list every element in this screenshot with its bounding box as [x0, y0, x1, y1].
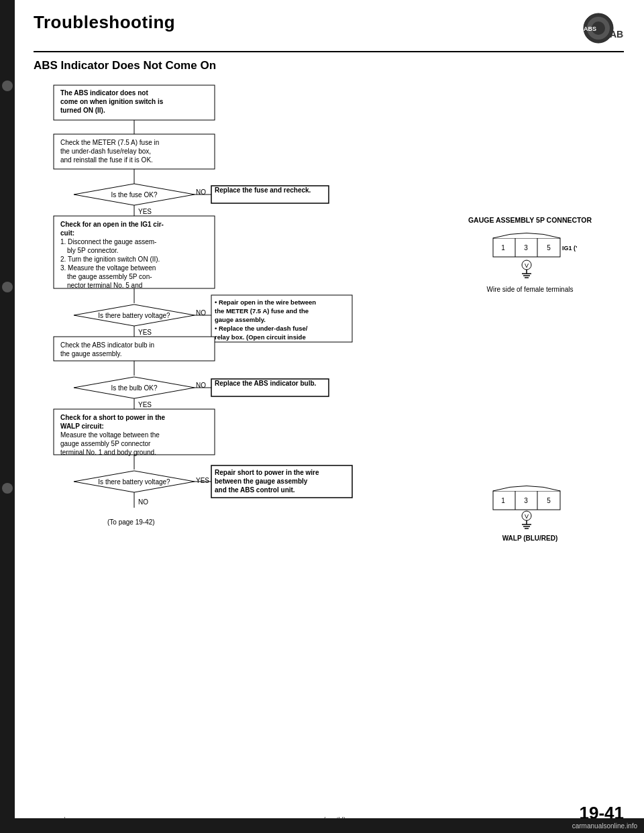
- flowchart-right: GAUGE ASSEMBLY 5P CONNECTOR 1 3 5: [429, 82, 624, 809]
- binding-hole-1: [2, 80, 13, 91]
- abs-logo: ABS ABS: [578, 12, 624, 47]
- svg-text:come on when ignition switch i: come on when ignition switch is: [60, 98, 164, 105]
- bottom-bar: carmanualsonline.info: [0, 818, 644, 833]
- svg-text:5: 5: [547, 244, 551, 252]
- connector1-svg: 1 3 5 IG1 (YEL) V: [483, 228, 577, 282]
- svg-text:3: 3: [524, 244, 528, 252]
- binding-hole-3: [2, 483, 13, 494]
- content-area: The ABS indicator does not come on when …: [34, 82, 624, 809]
- svg-text:Check the ABS indicator bulb i: Check the ABS indicator bulb in: [60, 341, 154, 349]
- svg-text:and reinstall the fuse if it i: and reinstall the fuse if it is OK.: [60, 156, 153, 164]
- connector2-section: 1 3 5 V WALP (BLU/RED): [436, 481, 624, 542]
- svg-text:YES: YES: [196, 477, 209, 484]
- svg-text:YES: YES: [138, 401, 152, 408]
- svg-text:relay box. (Open circuit insid: relay box. (Open circuit inside: [215, 333, 306, 341]
- svg-text:WALP circuit:: WALP circuit:: [60, 423, 104, 430]
- svg-text:the under-dash fuse/relay box,: the under-dash fuse/relay box,: [60, 148, 151, 155]
- svg-text:Is there battery voltage?: Is there battery voltage?: [98, 312, 170, 319]
- svg-text:YES: YES: [138, 208, 152, 215]
- svg-text:Measure the voltage between th: Measure the voltage between the: [60, 431, 160, 439]
- svg-text:1: 1: [501, 244, 505, 252]
- svg-text:gauge assembly.: gauge assembly.: [215, 316, 266, 323]
- svg-text:2.  Turn the ignition switch O: 2. Turn the ignition switch ON (II).: [60, 256, 160, 263]
- svg-text:1: 1: [501, 497, 505, 504]
- svg-text:between the gauge assembly: between the gauge assembly: [215, 478, 308, 485]
- svg-text:the gauge assembly.: the gauge assembly.: [60, 350, 122, 357]
- svg-text:ABS: ABS: [610, 29, 624, 40]
- connector1-diagram: 1 3 5 IG1 (YEL) V Wire side: [436, 228, 624, 293]
- svg-text:Is the fuse OK?: Is the fuse OK?: [111, 191, 158, 199]
- svg-text:bly 5P connector.: bly 5P connector.: [67, 247, 119, 254]
- connector1-title: GAUGE ASSEMBLY 5P CONNECTOR: [436, 216, 624, 224]
- svg-text:cuit:: cuit:: [60, 229, 74, 237]
- svg-text:Check the METER (7.5 A) fuse i: Check the METER (7.5 A) fuse in: [60, 139, 159, 146]
- svg-text:the METER (7.5 A) fuse and the: the METER (7.5 A) fuse and the: [215, 307, 309, 315]
- svg-text:Replace the fuse and recheck.: Replace the fuse and recheck.: [215, 186, 311, 194]
- carmanual-text: carmanualsonline.info: [572, 822, 637, 830]
- connector2-svg: 1 3 5 V: [483, 481, 577, 535]
- svg-text:Check for an open in the IG1 c: Check for an open in the IG1 cir-: [60, 221, 164, 228]
- connector2-label: WALP (BLU/RED): [502, 535, 558, 542]
- svg-text:turned ON (II).: turned ON (II).: [60, 107, 105, 114]
- svg-text:and the ABS control unit.: and the ABS control unit.: [215, 486, 295, 494]
- svg-text:V: V: [525, 513, 529, 520]
- svg-text:• Replace the under-dash fuse/: • Replace the under-dash fuse/: [215, 325, 308, 332]
- svg-text:ABS: ABS: [584, 25, 596, 32]
- svg-text:The ABS indicator does not: The ABS indicator does not: [60, 89, 148, 97]
- svg-text:Is there battery voltage?: Is there battery voltage?: [98, 478, 170, 486]
- svg-text:IG1 (YEL): IG1 (YEL): [562, 245, 577, 252]
- svg-text:Replace the ABS indicator bulb: Replace the ABS indicator bulb.: [215, 380, 317, 387]
- svg-text:YES: YES: [138, 329, 152, 336]
- page: Troubleshooting ABS ABS ABS Indicator Do…: [0, 0, 644, 833]
- header: Troubleshooting ABS ABS: [34, 12, 624, 52]
- svg-text:the gauge assembly 5P con-: the gauge assembly 5P con-: [67, 273, 152, 280]
- binding-strip: [0, 0, 15, 833]
- connector1-section: GAUGE ASSEMBLY 5P CONNECTOR 1 3 5: [436, 216, 624, 293]
- svg-text:nector terminal No. 5 and: nector terminal No. 5 and: [67, 282, 142, 289]
- svg-text:3: 3: [524, 497, 528, 504]
- page-title: Troubleshooting: [34, 12, 175, 33]
- svg-text:terminal No. 1 and body ground: terminal No. 1 and body ground.: [60, 449, 156, 456]
- svg-text:1.  Disconnect the gauge assem: 1. Disconnect the gauge assem-: [60, 238, 156, 245]
- svg-text:• Repair open in the wire betw: • Repair open in the wire between: [215, 298, 316, 306]
- svg-text:gauge assembly 5P connector: gauge assembly 5P connector: [60, 440, 151, 447]
- svg-text:Is the bulb OK?: Is the bulb OK?: [111, 384, 158, 392]
- svg-text:Check for a short to power in : Check for a short to power in the: [60, 414, 166, 421]
- svg-text:NO: NO: [138, 498, 148, 506]
- connector2-diagram: 1 3 5 V WALP (BLU/RED): [436, 481, 624, 542]
- svg-text:3.  Measure the voltage betwee: 3. Measure the voltage between: [60, 264, 156, 272]
- flowchart-left: The ABS indicator does not come on when …: [34, 82, 429, 809]
- svg-text:Repair short to power in the w: Repair short to power in the wire: [215, 469, 319, 476]
- flowchart-svg: The ABS indicator does not come on when …: [34, 82, 406, 806]
- section-title: ABS Indicator Does Not Come On: [34, 59, 624, 72]
- binding-hole-2: [2, 282, 13, 292]
- wire-text: Wire side of female terminals: [487, 286, 574, 293]
- svg-text:5: 5: [547, 497, 551, 504]
- svg-text:V: V: [525, 262, 529, 269]
- svg-text:(To page 19-42): (To page 19-42): [107, 518, 155, 526]
